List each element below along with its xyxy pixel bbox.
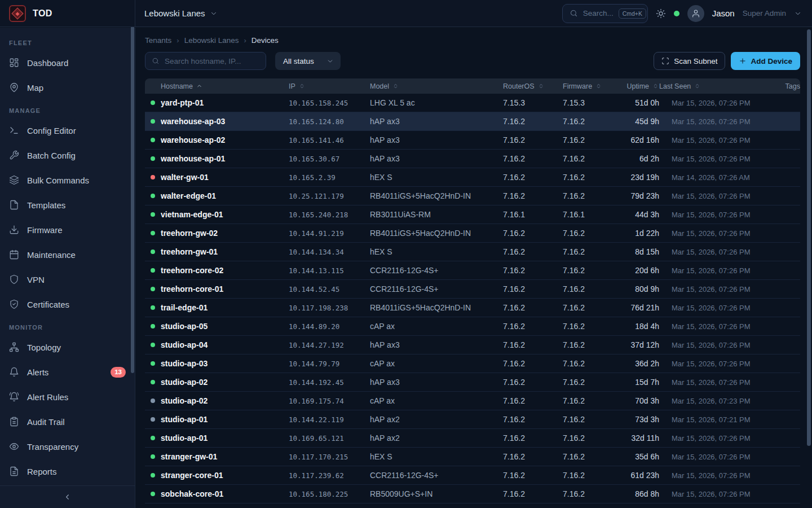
sidebar-item-label: VPN bbox=[27, 275, 45, 284]
sidebar-item-templates[interactable]: Templates bbox=[0, 192, 135, 217]
sidebar-item-audit-trail[interactable]: Audit Trail bbox=[0, 409, 135, 434]
cell-last-seen: Mar 15, 2026, 07:26 PM bbox=[659, 117, 766, 126]
avatar[interactable] bbox=[687, 5, 704, 22]
breadcrumb-tenants[interactable]: Tenants bbox=[145, 36, 171, 45]
cell-hostname: yard-ptp-01 bbox=[161, 98, 289, 107]
column-header-uptime[interactable]: Uptime bbox=[622, 82, 659, 90]
cell-model: hAP ax2 bbox=[370, 433, 503, 443]
shield-icon bbox=[9, 274, 19, 284]
status-dot bbox=[151, 324, 155, 329]
sidebar-item-batch-config[interactable]: Batch Config bbox=[0, 143, 135, 168]
chevron-down-icon[interactable] bbox=[794, 10, 802, 17]
cell-uptime: 18d 4h bbox=[622, 322, 659, 331]
cell-model: cAP ax bbox=[370, 396, 503, 405]
file-text-icon bbox=[9, 466, 19, 476]
breadcrumb-tenant[interactable]: Lebowski Lanes bbox=[184, 36, 239, 45]
cell-firmware: 7.16.2 bbox=[563, 471, 622, 480]
device-search-input[interactable]: Search hostname, IP... bbox=[145, 52, 266, 70]
add-device-button[interactable]: Add Device bbox=[731, 52, 800, 70]
table-row[interactable]: stranger-core-01 10.117.239.62 CCR2116-1… bbox=[145, 466, 800, 485]
cell-hostname: treehorn-core-02 bbox=[161, 266, 289, 275]
table-row[interactable]: warehouse-ap-01 10.165.30.67 hAP ax3 7.1… bbox=[145, 150, 800, 168]
sidebar-item-label: Topology bbox=[27, 343, 61, 352]
cell-last-seen: Mar 15, 2026, 07:26 PM bbox=[659, 360, 766, 368]
table-row[interactable]: trail-edge-01 10.117.198.238 RB4011iGS+5… bbox=[145, 299, 800, 317]
global-search-input[interactable]: Search... Cmd+K bbox=[562, 4, 648, 23]
column-header-tags: Tags bbox=[766, 82, 800, 90]
cell-model: hEX S bbox=[370, 173, 503, 182]
sidebar-item-maintenance[interactable]: Maintenance bbox=[0, 242, 135, 267]
sun-icon[interactable] bbox=[656, 8, 666, 19]
cell-firmware: 7.16.2 bbox=[563, 359, 622, 368]
cell-ip: 10.144.134.34 bbox=[289, 248, 370, 256]
status-dot bbox=[151, 305, 155, 310]
sidebar-item-config-editor[interactable]: Config Editor bbox=[0, 118, 135, 143]
sidebar-item-alert-rules[interactable]: Alert Rules bbox=[0, 384, 135, 409]
cell-firmware: 7.16.2 bbox=[563, 173, 622, 182]
column-header-ip[interactable]: IP bbox=[289, 82, 370, 90]
table-row[interactable]: warehouse-ap-02 10.165.141.46 hAP ax3 7.… bbox=[145, 131, 800, 150]
status-filter-select[interactable]: All status bbox=[275, 52, 341, 70]
sidebar-item-dashboard[interactable]: Dashboard bbox=[0, 50, 135, 75]
cell-routeros: 7.16.2 bbox=[503, 247, 563, 256]
sidebar-item-label: Audit Trail bbox=[27, 417, 65, 427]
cell-uptime: 86d 8h bbox=[622, 489, 659, 498]
table-row[interactable]: warehouse-ap-03 10.165.124.80 hAP ax3 7.… bbox=[145, 112, 800, 131]
table-row[interactable]: studio-ap-04 10.144.27.192 hAP ax3 7.16.… bbox=[145, 336, 800, 354]
table-row[interactable]: walter-edge-01 10.25.121.179 RB4011iGS+5… bbox=[145, 187, 800, 205]
sidebar-item-certificates[interactable]: Certificates bbox=[0, 292, 135, 317]
sidebar-item-topology[interactable]: Topology bbox=[0, 335, 135, 360]
main-scrollbar[interactable] bbox=[807, 29, 811, 446]
cell-last-seen: Mar 15, 2026, 07:26 PM bbox=[659, 155, 766, 163]
table-row[interactable]: studio-ap-05 10.144.89.20 cAP ax 7.16.2 … bbox=[145, 317, 800, 336]
table-row[interactable]: studio-ap-02 10.169.175.74 cAP ax 7.16.2… bbox=[145, 392, 800, 410]
sidebar-item-reports[interactable]: Reports bbox=[0, 459, 135, 484]
table-row[interactable]: walter-gw-01 10.165.2.39 hEX S 7.16.2 7.… bbox=[145, 168, 800, 187]
scan-subnet-button[interactable]: Scan Subnet bbox=[654, 52, 725, 70]
table-row[interactable]: treehorn-gw-02 10.144.91.219 RB4011iGS+5… bbox=[145, 224, 800, 243]
cell-routeros: 7.16.2 bbox=[503, 452, 563, 461]
app-title: TOD bbox=[33, 8, 52, 19]
cell-routeros: 7.16.2 bbox=[503, 471, 563, 480]
sidebar-item-transparency[interactable]: Transparency bbox=[0, 434, 135, 459]
cell-ip: 10.144.79.79 bbox=[289, 360, 370, 368]
column-header-model[interactable]: Model bbox=[370, 82, 503, 90]
table-row[interactable]: studio-ap-02 10.144.192.45 hAP ax3 7.16.… bbox=[145, 373, 800, 392]
table-row[interactable]: stranger-gw-01 10.117.170.215 hEX S 7.16… bbox=[145, 448, 800, 466]
column-header-hostname[interactable]: Hostname bbox=[161, 82, 289, 90]
table-header-row: HostnameIPModelRouterOSFirmwareUptimeLas… bbox=[145, 78, 800, 94]
sidebar-scrollbar[interactable] bbox=[131, 26, 134, 373]
cell-ip: 10.144.27.192 bbox=[289, 341, 370, 349]
table-row[interactable]: treehorn-core-01 10.144.52.45 CCR2116-12… bbox=[145, 280, 800, 299]
sidebar-item-firmware[interactable]: Firmware bbox=[0, 217, 135, 242]
sidebar-item-map[interactable]: Map bbox=[0, 75, 135, 100]
table-row[interactable]: studio-ap-01 10.144.22.119 hAP ax2 7.16.… bbox=[145, 410, 800, 429]
table-row[interactable]: sobchak-core-01 10.165.180.225 RB5009UG+… bbox=[145, 485, 800, 503]
cell-uptime: 45d 9h bbox=[622, 117, 659, 126]
tenant-switcher[interactable]: Lebowski Lanes bbox=[135, 0, 227, 27]
table-row[interactable]: treehorn-gw-01 10.144.134.34 hEX S 7.16.… bbox=[145, 243, 800, 261]
cell-ip: 10.144.13.115 bbox=[289, 266, 370, 275]
table-row[interactable]: studio-ap-03 10.144.79.79 cAP ax 7.16.2 … bbox=[145, 354, 800, 373]
sidebar-item-vpn[interactable]: VPN bbox=[0, 267, 135, 292]
column-header-last_seen[interactable]: Last Seen bbox=[659, 82, 766, 90]
sidebar-collapse-button[interactable] bbox=[0, 485, 135, 508]
column-header-firmware[interactable]: Firmware bbox=[563, 82, 622, 90]
breadcrumb-separator: › bbox=[176, 36, 179, 45]
column-header-routeros[interactable]: RouterOS bbox=[503, 82, 563, 90]
cell-uptime: 8d 15h bbox=[622, 247, 659, 256]
bell-icon bbox=[9, 367, 19, 377]
table-row[interactable]: vietnam-edge-01 10.165.240.218 RB3011UiA… bbox=[145, 205, 800, 224]
status-dot bbox=[151, 417, 155, 422]
cell-model: hAP ax3 bbox=[370, 154, 503, 163]
cell-last-seen: Mar 15, 2026, 07:26 PM bbox=[659, 322, 766, 331]
sidebar-item-bulk-commands[interactable]: Bulk Commands bbox=[0, 168, 135, 192]
cell-ip: 10.169.175.74 bbox=[289, 397, 370, 405]
table-row[interactable]: studio-ap-01 10.169.65.121 hAP ax2 7.16.… bbox=[145, 429, 800, 448]
table-row[interactable]: yard-ptp-01 10.165.158.245 LHG XL 5 ac 7… bbox=[145, 94, 800, 112]
sidebar-item-alerts[interactable]: Alerts 13 bbox=[0, 360, 135, 384]
table-row[interactable]: treehorn-core-02 10.144.13.115 CCR2116-1… bbox=[145, 261, 800, 280]
wrench-icon bbox=[9, 150, 19, 160]
cell-hostname: studio-ap-03 bbox=[161, 359, 289, 368]
sidebar-item-label: Map bbox=[27, 83, 43, 93]
